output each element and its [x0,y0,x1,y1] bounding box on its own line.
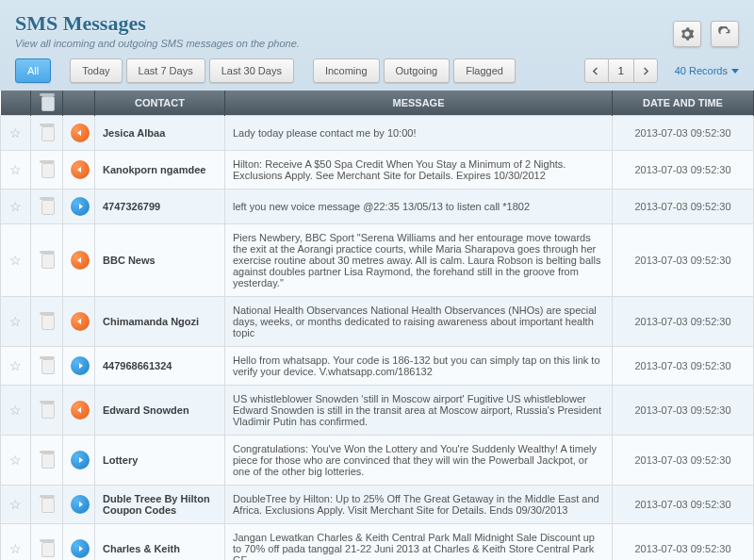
outgoing-icon [71,495,90,514]
records-dropdown[interactable]: 40 Records [675,65,739,76]
message-text: National Health Observances National Hea… [233,305,597,338]
messages-table: CONTACT MESSAGE DATE AND TIME ☆Jesica Al… [0,91,754,560]
outgoing-icon [71,356,90,375]
date-text: 2013-07-03 09:52:30 [634,543,730,554]
refresh-button[interactable] [711,21,739,47]
table-row[interactable]: ☆4747326799left you new voice message @2… [1,189,754,223]
page-title: SMS Messages [0,0,754,38]
star-icon[interactable]: ☆ [9,358,22,373]
contact-header[interactable]: CONTACT [95,91,225,115]
table-row[interactable]: ☆Duble Treee By Hilton Coupon CodesDoubl… [1,485,754,523]
message-text: US whistleblower Snowden 'still in Mosco… [233,393,601,427]
filter-incoming[interactable]: Incoming [313,58,380,83]
outgoing-icon [71,197,90,216]
pager: 1 [584,58,658,83]
filter-all[interactable]: All [15,58,51,83]
filter-last7[interactable]: Last 7 Days [126,58,205,83]
trash-icon[interactable] [40,197,55,214]
trash-icon[interactable] [40,312,55,329]
contact-name: Jesica Albaa [103,127,165,139]
contact-name: 4747326799 [103,201,160,212]
datetime-header[interactable]: DATE AND TIME [613,91,754,115]
records-label: 40 Records [675,65,728,76]
star-icon[interactable]: ☆ [9,125,22,140]
refresh-icon [717,26,732,41]
table-row[interactable]: ☆Kanokporn ngamdeeHilton: Receive A $50 … [1,150,754,189]
filter-toolbar: All Today Last 7 Days Last 30 Days Incom… [0,58,754,91]
message-text: Jangan Lewatkan Charles & Keith Central … [233,532,595,561]
trash-icon[interactable] [40,124,55,140]
table-row[interactable]: ☆Charles & KeithJangan Lewatkan Charles … [1,523,754,560]
star-icon[interactable]: ☆ [9,314,22,329]
filter-last30[interactable]: Last 30 Days [209,58,294,83]
message-header[interactable]: MESSAGE [225,91,613,115]
contact-name: Duble Treee By Hilton Coupon Codes [103,493,210,516]
table-row[interactable]: ☆Chimamanda NgoziNational Health Observa… [1,296,754,346]
trash-icon[interactable] [40,451,55,468]
contact-name: BBC News [103,255,156,266]
message-text: Hello from whatsapp. Your code is 186-13… [233,354,600,377]
date-text: 2013-07-03 09:52:30 [634,499,730,510]
date-text: 2013-07-03 09:52:30 [634,316,730,327]
incoming-icon [71,312,90,331]
date-text: 2013-07-03 09:52:30 [634,360,730,371]
page-subtitle: View all incoming and outgoing SMS messa… [0,38,754,58]
date-text: 2013-07-03 09:52:30 [634,127,730,139]
contact-name: Lottery [103,454,138,466]
date-text: 2013-07-03 09:52:30 [634,404,730,416]
trash-header-icon[interactable] [40,93,55,110]
table-row[interactable]: ☆LotteryCongratulations: You've Won the … [1,435,754,485]
table-row[interactable]: ☆447968661324Hello from whatsapp. Your c… [1,346,754,385]
star-icon[interactable]: ☆ [9,497,22,512]
settings-button[interactable] [673,21,701,47]
date-text: 2013-07-03 09:52:30 [634,164,730,175]
trash-icon[interactable] [40,539,55,556]
star-icon[interactable]: ☆ [9,199,22,214]
outgoing-icon [71,539,90,558]
message-text: Lady today please contact me by 10:00! [233,127,416,139]
table-row[interactable]: ☆BBC NewsPiers Newbery, BBC Sport "Seren… [1,223,754,296]
table-row[interactable]: ☆Jesica AlbaaLady today please contact m… [1,115,754,150]
outgoing-icon [71,451,90,469]
table-row[interactable]: ☆Edward SnowdenUS whistleblower Snowden … [1,385,754,435]
message-text: Congratulations: You've Won the Lottery … [233,443,597,477]
trash-icon[interactable] [40,356,55,373]
star-icon[interactable]: ☆ [9,162,22,177]
star-icon[interactable]: ☆ [9,453,22,468]
date-text: 2013-07-03 09:52:30 [634,454,730,466]
table-header-row: CONTACT MESSAGE DATE AND TIME [1,91,754,115]
message-text: Piers Newbery, BBC Sport "Serena William… [233,232,601,288]
chevron-right-icon [641,67,649,75]
trash-icon[interactable] [40,251,55,268]
star-icon[interactable]: ☆ [9,403,22,418]
star-icon[interactable]: ☆ [9,253,22,268]
filter-outgoing[interactable]: Outgoing [384,58,451,83]
incoming-icon [71,401,90,420]
contact-name: 447968661324 [103,360,172,371]
contact-name: Kanokporn ngamdee [103,164,205,175]
chevron-left-icon [592,67,600,75]
filter-flagged[interactable]: Flagged [453,58,516,83]
date-text: 2013-07-03 09:52:30 [634,255,730,266]
star-icon[interactable]: ☆ [9,541,22,556]
contact-name: Chimamanda Ngozi [103,316,199,327]
incoming-icon [71,160,90,179]
trash-icon[interactable] [40,495,55,512]
date-text: 2013-07-03 09:52:30 [634,201,730,212]
message-text: Hilton: Receive A $50 Spa Credit When Yo… [233,158,566,181]
incoming-icon [71,251,90,270]
message-text: left you new voice message @22:35 13/05/… [233,201,530,212]
filter-today[interactable]: Today [70,58,122,83]
gear-icon [680,26,695,41]
caret-down-icon [731,69,739,74]
contact-name: Charles & Keith [103,543,180,554]
pager-next[interactable] [633,58,658,83]
trash-icon[interactable] [40,160,55,177]
incoming-icon [71,124,90,142]
message-text: DoubleTree by Hilton: Up to 25% Off The … [233,493,599,516]
trash-icon[interactable] [40,401,55,418]
contact-name: Edward Snowden [103,404,189,416]
pager-prev[interactable] [584,58,609,83]
pager-page[interactable]: 1 [609,58,633,83]
